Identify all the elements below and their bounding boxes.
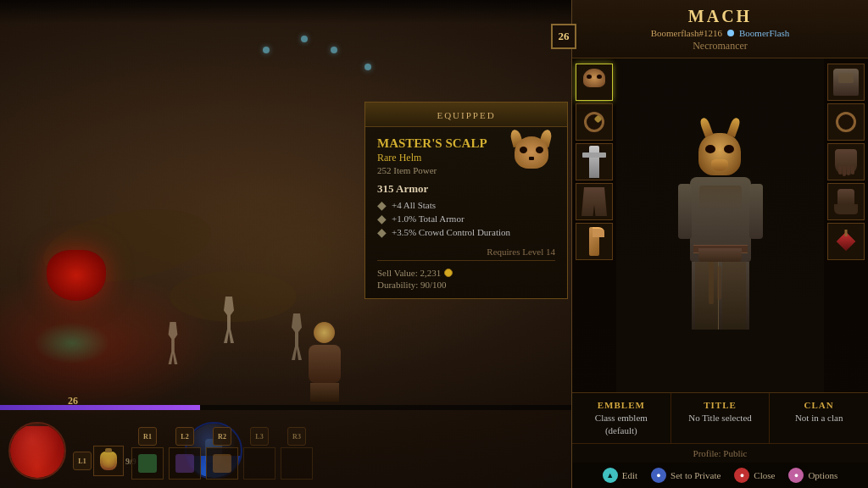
gloves-slot[interactable] [827, 143, 865, 180]
horn-right [727, 117, 742, 137]
finger [847, 166, 850, 175]
r1-btn[interactable]: R1 [138, 427, 157, 446]
potion-glow [103, 454, 114, 468]
item-stat-3: ◆ +3.5% Crowd Control Duration [377, 226, 555, 240]
weapon-slot-1[interactable] [576, 143, 613, 180]
crossguard-icon [582, 152, 606, 158]
l1-btn[interactable]: L1 [73, 452, 92, 470]
clan-slot[interactable]: CLAN Not in a clan [770, 393, 868, 443]
skull-icon [508, 136, 554, 183]
account-name: Boomerflash#1216 [651, 28, 722, 38]
finger [838, 166, 842, 175]
skill-icon-r1 [138, 454, 157, 473]
scythe-blade [593, 227, 604, 237]
stat-bullet: ◆ [377, 227, 387, 239]
set-private-button[interactable]: ● Set to Private [651, 468, 721, 483]
r3-btn[interactable]: R3 [287, 427, 306, 446]
gem-icon [594, 115, 603, 124]
weapon-slot-2[interactable] [576, 223, 613, 260]
item-stat-1: ◆ +4 All Stats [377, 199, 555, 213]
health-orb [8, 422, 66, 480]
skull-eye-right [536, 147, 543, 153]
circle-blue-icon: ● [651, 468, 666, 483]
emblem-label: EMBLEM [581, 400, 662, 410]
npc-figure [305, 322, 343, 398]
boot-top [837, 189, 854, 204]
emblem-slot[interactable]: EMBLEM Class emblem (default) [572, 393, 671, 443]
online-indicator [727, 30, 734, 36]
amulet-chain [845, 230, 848, 236]
tooltip-header: EQUIPPED [365, 103, 567, 127]
stat-bullet: ◆ [377, 200, 387, 212]
skill-group-left: L1 9/9 [73, 446, 136, 480]
chest-icon [833, 69, 859, 96]
waist-piece [698, 248, 741, 262]
ring-icon [584, 112, 604, 132]
r3-group: R3 [281, 427, 313, 480]
scythe-icon [589, 227, 599, 256]
controls-area: R1 L2 R2 L3 R3 [131, 427, 313, 480]
helm-icon-shape [583, 69, 605, 87]
options-button[interactable]: ● Options [788, 468, 837, 483]
circle-pink-icon: ● [788, 468, 804, 483]
helm-eye [597, 75, 602, 79]
chest-slot[interactable] [827, 64, 865, 101]
equipped-label: EQUIPPED [437, 110, 495, 120]
helm-slot[interactable] [576, 64, 613, 101]
fingers [835, 166, 857, 175]
potion-icon [100, 452, 117, 470]
skull-shape [515, 136, 548, 169]
triangle-icon: ▲ [603, 468, 618, 483]
strap-2 [717, 266, 721, 300]
health-value-container [10, 424, 64, 478]
r2-btn[interactable]: R2 [213, 427, 231, 446]
edit-button[interactable]: ▲ Edit [603, 468, 637, 483]
skill-slot-l3[interactable] [243, 447, 275, 480]
finger [851, 166, 854, 175]
skull-nose [529, 157, 534, 160]
ring-slot-2[interactable] [827, 103, 865, 141]
skill-icon-r2 [213, 454, 231, 473]
l2-btn[interactable]: L2 [175, 427, 194, 446]
eye-socket-left [705, 145, 715, 153]
close-button[interactable]: ● Close [734, 468, 775, 483]
map-node [263, 47, 270, 53]
chest-armor [699, 186, 742, 211]
skill-slot-l2[interactable] [169, 447, 201, 480]
ring-slot-1[interactable] [576, 103, 613, 141]
skill-slot-r3[interactable] [281, 447, 313, 480]
item-stat-2: ◆ +1.0% Total Armor [377, 213, 555, 226]
sell-label: Sell Value: 2,231 [377, 268, 441, 278]
finger [843, 166, 846, 176]
equipment-area [572, 58, 868, 392]
character-name: MACH [586, 7, 854, 26]
boots-slot[interactable] [827, 183, 865, 220]
gloves-icon [835, 149, 857, 175]
circle-red-icon: ● [734, 468, 749, 483]
skill-slot-r1[interactable] [131, 447, 164, 480]
l1-group: L1 9/9 [73, 446, 136, 476]
map-node [364, 64, 371, 70]
mana-glow [34, 322, 110, 364]
set-private-label: Set to Private [670, 470, 721, 480]
profile-label: Profile: Public [693, 448, 748, 458]
edit-label: Edit [622, 470, 637, 480]
amulet-slot[interactable] [827, 223, 865, 260]
clan-label: CLAN [778, 400, 860, 410]
char-figure [690, 58, 751, 392]
legs-slot[interactable] [576, 183, 613, 220]
amulet-icon [834, 230, 858, 253]
snout [711, 159, 728, 171]
arm-right [749, 184, 763, 239]
skill-slot-r2[interactable] [206, 447, 238, 480]
title-slot[interactable]: TITLE No Title selected [671, 393, 771, 443]
potion-cap [105, 448, 112, 452]
helm-slot-icon [580, 69, 609, 96]
r2-group: R2 [206, 427, 238, 480]
skill-slot-l1[interactable] [93, 446, 124, 476]
character-panel: MACH Boomerflash#1216 BoomerFlash Necrom… [571, 0, 868, 488]
item-image [508, 136, 559, 187]
l3-btn[interactable]: L3 [250, 427, 269, 446]
weapon-icon [589, 146, 599, 178]
character-class: Necromancer [586, 40, 854, 53]
